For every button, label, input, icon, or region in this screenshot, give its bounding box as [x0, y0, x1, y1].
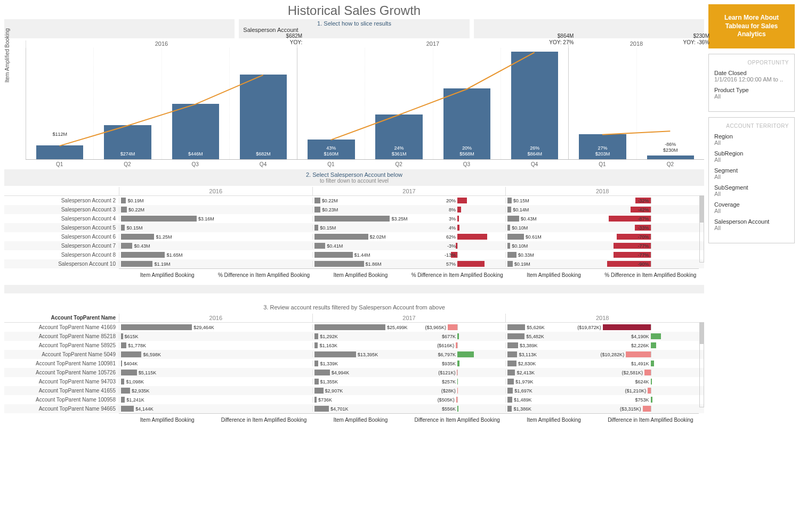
salesperson-row[interactable]: Salesperson Account 10 $1.19M $1.86M57% … [4, 259, 704, 268]
bar-2018-Q2[interactable]: $230MYOY: -36%-86%$230M [636, 48, 704, 159]
filter-field[interactable]: Date Closed1/1/2016 12:00:00 AM to .. [714, 70, 789, 83]
opportunity-panel: OPPORTUNITY Date Closed1/1/2016 12:00:00… [708, 54, 795, 112]
bar-2018-Q1[interactable]: 27%$203M [568, 48, 636, 159]
filter-field[interactable]: Product TypeAll [714, 87, 789, 100]
account-row[interactable]: Account TopParent Name 58925 $1,778K $1,… [4, 341, 704, 350]
bar-2017-Q4[interactable]: $864MYOY: 27%26%$864M [501, 48, 568, 159]
bar-2017-Q1[interactable]: 43%$160M [297, 48, 365, 159]
slice-header: 1. Select how to slice results [243, 20, 465, 27]
territory-panel: ACCOUNT TERRITORY RegionAllSubRegionAllS… [708, 117, 795, 243]
quarter-label: Q2 [365, 160, 432, 167]
filter-field[interactable]: SubSegmentAll [714, 184, 789, 197]
scrollbar[interactable] [699, 195, 704, 263]
salesperson-row[interactable]: Salesperson Account 2 $0.19M $0.22M20% $… [4, 196, 704, 205]
account-row[interactable]: Account TopParent Name 105726 $5,115K $4… [4, 368, 704, 377]
filter-field[interactable]: CoverageAll [714, 201, 789, 214]
account-row[interactable]: Account TopParent Name 85218 $615K $1,29… [4, 332, 704, 341]
slice-cell-right [474, 19, 704, 38]
account-row[interactable]: Account TopParent Name 41655 $2,935K $2,… [4, 386, 704, 395]
quarter-label: Q4 [229, 160, 297, 167]
quarter-label: Q1 [26, 160, 93, 167]
slice-value: Salesperson Account [243, 27, 465, 33]
salesperson-row[interactable]: Salesperson Account 7 $0.43M $0.41M-3% $… [4, 241, 704, 250]
slice-cell-left [4, 19, 235, 38]
bar-2017-Q2[interactable]: 24%$361M [365, 48, 432, 159]
quarter-label: Q4 [501, 160, 568, 167]
account-row[interactable]: Account TopParent Name 100958 $1,241K $7… [4, 395, 704, 404]
filter-field[interactable]: SubRegionAll [714, 150, 789, 163]
account-header: Account TopParent Name [4, 314, 119, 322]
account-row[interactable]: Account TopParent Name 41669 $29,464K $2… [4, 323, 704, 332]
booking-chart[interactable]: Item Amplified Booking 201620172018 $112… [4, 40, 704, 167]
account-row[interactable]: Account TopParent Name 94665 $4,144K $4,… [4, 404, 704, 413]
salesperson-row[interactable]: Salesperson Account 3 $0.22M $0.23M8% $0… [4, 205, 704, 214]
salesperson-row[interactable]: Salesperson Account 5 $0.15M $0.15M4% $0… [4, 223, 704, 232]
quarter-label: Q2 [636, 160, 704, 167]
account-table[interactable]: Account TopParent Name 201620172018 Acco… [4, 314, 704, 427]
salesperson-table[interactable]: 201620172018 Salesperson Account 2 $0.19… [4, 187, 704, 282]
bar-2016-Q1[interactable]: $112M [26, 48, 93, 159]
salesperson-row[interactable]: Salesperson Account 4 $3.16M $3.25M3% $0… [4, 214, 704, 223]
scrollbar[interactable] [699, 322, 704, 407]
quarter-label: Q1 [297, 160, 365, 167]
step3-header: 3. Review account results filtered by Sa… [4, 304, 704, 310]
account-row[interactable]: Account TopParent Name 5049 $6,598K $13,… [4, 350, 704, 359]
slice-selector[interactable]: 1. Select how to slice results Salespers… [239, 19, 469, 38]
filter-field[interactable]: SegmentAll [714, 167, 789, 180]
year-header: 2016 [26, 40, 297, 48]
quarter-label: Q1 [568, 160, 636, 167]
bar-2016-Q2[interactable]: $274M [93, 48, 161, 159]
bar-2016-Q3[interactable]: $446M [162, 48, 229, 159]
account-row[interactable]: Account TopParent Name 94703 $1,098K $1,… [4, 377, 704, 386]
page-title: Historical Sales Growth [4, 0, 704, 19]
salesperson-row[interactable]: Salesperson Account 6 $1.25M $2.02M62% $… [4, 232, 704, 241]
quarter-label: Q3 [433, 160, 501, 167]
salesperson-row[interactable]: Salesperson Account 8 $1.65M $1.44M-13% … [4, 250, 704, 259]
bar-2016-Q4[interactable]: $682MYOY:$682M [229, 48, 297, 159]
filter-field[interactable]: Salesperson AccountAll [714, 218, 789, 231]
y-axis-label: Item Amplified Booking [4, 28, 10, 83]
quarter-label: Q2 [93, 160, 161, 167]
account-row[interactable]: Account TopParent Name 100981 $404K $1,3… [4, 359, 704, 368]
bar-2017-Q3[interactable]: 20%$568M [433, 48, 501, 159]
cta-button[interactable]: Learn More About Tableau for Sales Analy… [708, 4, 795, 48]
step2-header: 2. Select Salesperson Account below to f… [4, 169, 704, 186]
quarter-label: Q3 [162, 160, 229, 167]
divider [4, 285, 704, 293]
year-header: 2017 [297, 40, 568, 48]
filter-field[interactable]: RegionAll [714, 133, 789, 146]
